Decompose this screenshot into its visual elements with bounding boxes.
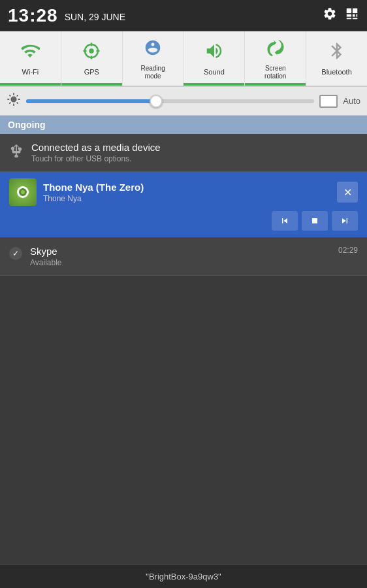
sound-label: Sound — [204, 68, 225, 76]
skype-content: Skype Available — [30, 246, 330, 267]
gps-label: GPS — [84, 68, 99, 76]
usb-subtitle: Touch for other USB options. — [31, 154, 161, 163]
next-button[interactable] — [332, 211, 358, 231]
svg-point-8 — [89, 49, 94, 54]
ongoing-label: Ongoing — [8, 120, 46, 130]
music-notification[interactable]: Thone Nya (The Zero) Thone Nya ✕ — [0, 172, 367, 238]
svg-rect-1 — [353, 8, 357, 13]
svg-rect-4 — [356, 14, 357, 17]
usb-icon — [9, 143, 24, 161]
gps-active-bar — [61, 83, 122, 86]
gps-icon — [82, 41, 101, 65]
rotation-active-bar — [245, 83, 306, 86]
album-art-inner — [17, 186, 29, 198]
skype-title: Skype — [30, 246, 330, 257]
date-display: SUN, 29 JUNE — [65, 12, 125, 22]
usb-text: Connected as a media device Touch for ot… — [31, 142, 161, 163]
skype-notification[interactable]: ✓ Skype Available 02:29 — [0, 238, 367, 276]
brightness-row: Auto — [0, 87, 367, 116]
brightness-slider[interactable] — [26, 99, 314, 103]
sound-icon — [204, 41, 224, 65]
bluetooth-icon — [327, 41, 347, 65]
ongoing-header: Ongoing — [0, 116, 367, 134]
music-controls — [9, 211, 358, 231]
quick-settings-panel: Wi-Fi GPS Readingmode — [0, 31, 367, 87]
music-title: Thone Nya (The Zero) — [43, 182, 330, 193]
skype-check-icon: ✓ — [9, 247, 22, 260]
network-name: "BrightBox-9a9qw3" — [146, 572, 221, 581]
rotation-label: Screenrotation — [264, 65, 286, 80]
svg-rect-13 — [312, 218, 317, 223]
bottom-bar: "BrightBox-9a9qw3" — [0, 564, 367, 588]
reading-icon — [143, 38, 163, 62]
status-icons — [323, 7, 359, 24]
qs-sound[interactable]: Sound — [184, 31, 245, 86]
wifi-label: Wi-Fi — [22, 68, 39, 76]
sound-active-bar — [184, 83, 244, 86]
qs-gps[interactable]: GPS — [61, 31, 123, 86]
grid-icon[interactable] — [345, 7, 359, 24]
wifi-active-bar — [0, 83, 61, 86]
music-artist: Thone Nya — [43, 194, 330, 203]
rotation-icon — [266, 38, 285, 62]
brightness-thumb[interactable] — [150, 95, 163, 108]
skype-time: 02:29 — [338, 246, 358, 255]
settings-icon[interactable] — [323, 7, 337, 24]
brightness-icon — [7, 92, 21, 110]
album-art — [9, 178, 37, 206]
qs-reading[interactable]: Readingmode — [123, 31, 184, 86]
qs-rotation[interactable]: Screenrotation — [245, 31, 306, 86]
skype-status: Available — [30, 258, 330, 267]
svg-rect-3 — [353, 14, 355, 17]
reading-label: Readingmode — [140, 65, 165, 80]
music-info: Thone Nya (The Zero) Thone Nya — [43, 182, 330, 203]
time-display: 13:28 — [8, 5, 58, 26]
wifi-icon — [20, 41, 40, 65]
svg-rect-6 — [353, 18, 357, 19]
svg-rect-2 — [347, 14, 351, 17]
usb-notification[interactable]: Connected as a media device Touch for ot… — [0, 134, 367, 172]
status-bar: 13:28 SUN, 29 JUNE — [0, 0, 367, 31]
svg-rect-0 — [347, 8, 351, 13]
notifications-list: Connected as a media device Touch for ot… — [0, 134, 367, 276]
auto-label: Auto — [343, 96, 360, 106]
usb-title: Connected as a media device — [31, 142, 161, 153]
music-close-button[interactable]: ✕ — [337, 182, 358, 203]
qs-bluetooth[interactable]: Bluetooth — [306, 31, 367, 86]
svg-rect-5 — [347, 18, 351, 19]
music-top: Thone Nya (The Zero) Thone Nya ✕ — [9, 178, 358, 206]
auto-checkbox[interactable] — [319, 95, 338, 108]
bluetooth-label: Bluetooth — [321, 68, 351, 76]
brightness-fill — [26, 99, 156, 103]
stop-button[interactable] — [302, 211, 328, 231]
qs-wifi[interactable]: Wi-Fi — [0, 31, 61, 86]
prev-button[interactable] — [272, 211, 298, 231]
